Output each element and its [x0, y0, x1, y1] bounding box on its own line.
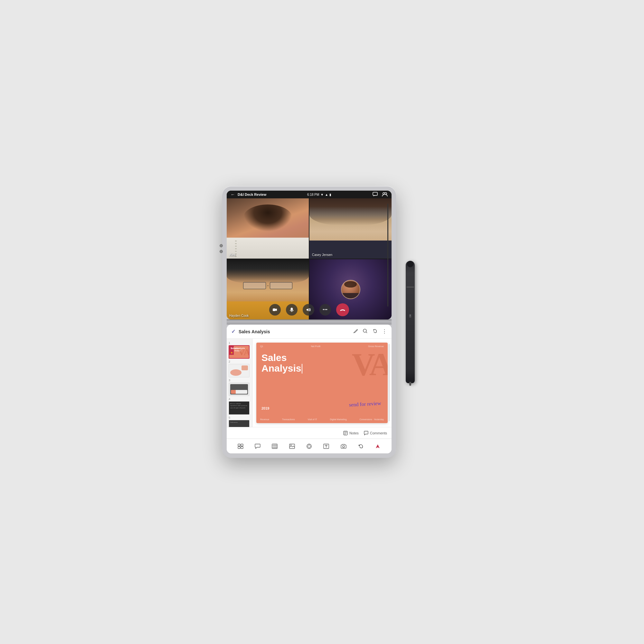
footer-item-1: Revenue: [260, 418, 269, 421]
slide-thumb-1[interactable]: 1 1 ★ SalesAnalysis VA: [229, 341, 250, 359]
slide-thumb-5[interactable]: 5 Performance: [229, 416, 250, 427]
dual-screen-device: ← D&I Deck Review 6:18 PM ▼ ▲ ▮: [222, 186, 396, 458]
slide-panel: 1 1 ★ SalesAnalysis VA: [227, 339, 252, 427]
slide-img-2: [229, 364, 250, 377]
video-grid: Alex Casey Jensen: [227, 198, 392, 319]
main-slide-area: Q1 Net Profit Gross Revenue VA SalesAnal…: [252, 339, 392, 427]
time-display: 6:18 PM: [307, 193, 319, 196]
bottom-screen: ✓ Sales Analysis: [227, 325, 392, 453]
slide-year: 2019: [261, 406, 269, 410]
search-icon[interactable]: [363, 328, 368, 335]
notes-button[interactable]: Notes: [343, 431, 359, 435]
slide-img-5: Performance: [229, 420, 250, 427]
slide-num-4: 4: [229, 397, 250, 401]
toolbar-image[interactable]: [288, 442, 297, 451]
teams-status-bar: ← D&I Deck Review 6:18 PM ▼ ▲ ▮: [227, 191, 392, 198]
svg-point-2: [385, 193, 387, 194]
pen-tool-icon[interactable]: [353, 328, 358, 335]
participant-4-avatar: [341, 280, 360, 299]
device-container: ← D&I Deck Review 6:18 PM ▼ ▲ ▮: [222, 186, 422, 458]
slide-img-3: [229, 383, 250, 396]
toolbar-text[interactable]: [322, 442, 331, 451]
svg-rect-14: [238, 447, 240, 449]
svg-rect-28: [410, 315, 411, 316]
slide-img-1: 1 ★ SalesAnalysis VA: [229, 345, 250, 359]
slide-thumb-2[interactable]: 2: [229, 360, 250, 377]
svg-point-26: [343, 446, 345, 448]
end-call-button[interactable]: [336, 303, 349, 316]
teams-header-right: [372, 192, 388, 197]
slide-canvas: Q1 Net Profit Gross Revenue VA SalesAnal…: [256, 343, 388, 423]
status-bar-left: ← D&I Deck Review: [231, 192, 266, 197]
ppt-toolbar: [227, 439, 392, 453]
toolbar-undo[interactable]: [356, 442, 365, 451]
svg-point-24: [308, 445, 310, 448]
svg-rect-13: [241, 444, 243, 446]
slide-thumb-4[interactable]: 4 All of our collective experiences make…: [229, 397, 250, 415]
back-button[interactable]: ←: [231, 192, 235, 197]
slide-badge: 1: [229, 346, 234, 350]
footer-item-4: Digital Marketing: [330, 418, 346, 421]
toolbar-comment[interactable]: [253, 442, 262, 451]
slide-main-title: SalesAnalysis: [261, 352, 302, 374]
svg-rect-27: [409, 314, 411, 317]
svg-rect-12: [238, 444, 240, 446]
footer-item-3: Visit of IT: [308, 418, 317, 421]
top-screen: ← D&I Deck Review 6:18 PM ▼ ▲ ▮: [227, 191, 392, 319]
more-options-button[interactable]: •••: [319, 304, 331, 316]
status-bar-center: 6:18 PM ▼ ▲ ▮: [307, 193, 331, 196]
mute-button[interactable]: [286, 304, 298, 316]
svg-point-1: [383, 193, 385, 194]
participant-casey: Casey Jensen: [309, 198, 392, 259]
slide-num-1: 1: [229, 341, 250, 345]
call-title: D&I Deck Review: [238, 193, 266, 196]
ppt-bottom-actions: Notes Comments: [227, 427, 392, 439]
comments-button[interactable]: Comments: [364, 431, 387, 435]
slide-thumb-3[interactable]: 3: [229, 379, 250, 396]
participant-alex-label: Alex: [229, 253, 235, 257]
chat-icon[interactable]: [372, 192, 378, 197]
ppt-header-right: ⋮: [353, 328, 387, 335]
pen-top: [407, 261, 413, 267]
svg-rect-0: [373, 192, 377, 195]
pen-tip: [409, 382, 411, 386]
ppt-header-left: ✓ Sales Analysis: [231, 328, 270, 335]
slide-num-2: 2: [229, 360, 250, 363]
footer-item-2: Transactions: [282, 418, 295, 421]
svg-point-23: [307, 444, 311, 449]
svg-point-4: [291, 308, 293, 311]
camera-dot-1: [220, 244, 223, 247]
toolbar-layout[interactable]: [236, 442, 245, 451]
svg-rect-3: [273, 308, 276, 311]
notes-label: Notes: [349, 431, 359, 435]
save-checkmark[interactable]: ✓: [231, 328, 235, 335]
speaker-button[interactable]: [303, 304, 314, 316]
toolbar-up-arrow[interactable]: [373, 442, 382, 451]
more-icon[interactable]: ⋮: [382, 328, 387, 335]
ppt-scrollbar[interactable]: [389, 344, 390, 421]
slide-header-left: Q1: [260, 345, 263, 347]
powerpoint-ui: ✓ Sales Analysis: [227, 325, 392, 453]
comments-label: Comments: [370, 431, 387, 435]
battery-icon: ▮: [329, 193, 331, 196]
camera-dot-2: [220, 250, 223, 253]
toolbar-camera[interactable]: [339, 442, 348, 451]
toolbar-table[interactable]: [270, 442, 279, 451]
participant-hayden-label: Hayden Cook: [229, 314, 249, 317]
participant-casey-label: Casey Jensen: [312, 253, 332, 257]
participant-alex: Alex: [227, 198, 309, 259]
handwritten-note: send for review: [349, 400, 381, 408]
device-hinge: [227, 319, 392, 325]
toolbar-draw[interactable]: [305, 442, 314, 451]
slide-watermark: VA: [352, 346, 388, 383]
video-scrollbar[interactable]: [387, 204, 388, 307]
undo-icon[interactable]: [372, 328, 377, 335]
svg-point-22: [290, 445, 291, 446]
teams-ui: ← D&I Deck Review 6:18 PM ▼ ▲ ▮: [227, 191, 392, 319]
video-control-button[interactable]: [269, 304, 281, 316]
surface-pen: [406, 261, 415, 383]
pen-button: [406, 287, 414, 288]
participants-icon[interactable]: [382, 192, 388, 197]
wifi-icon: ▲: [325, 193, 328, 196]
slide-header-center: Net Profit: [311, 345, 320, 347]
